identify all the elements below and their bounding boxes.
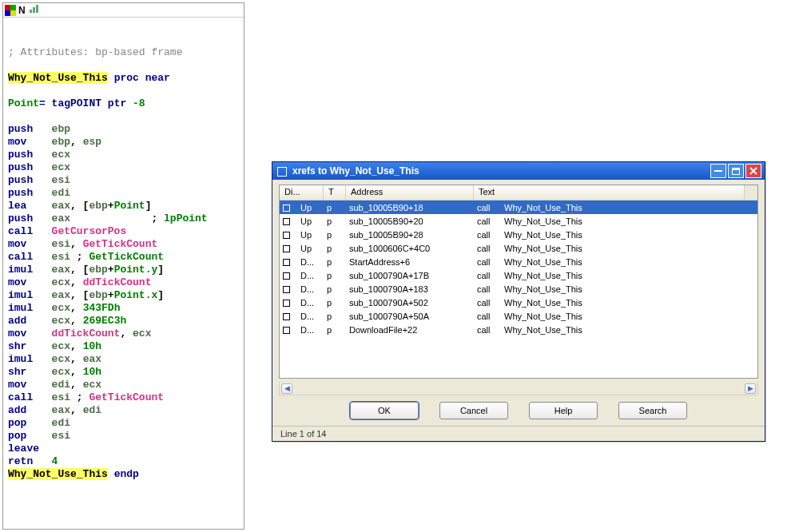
xref-address: sub_10005B90+20 — [344, 216, 472, 226]
code-line[interactable]: ; Attributes: bp-based frame — [8, 46, 239, 59]
xref-row[interactable]: D...psub_1000790A+17BcallWhy_Not_Use_Thi… — [280, 268, 757, 282]
xref-row[interactable]: Uppsub_10005B90+28callWhy_Not_Use_This — [280, 228, 757, 241]
xref-text: Why_Not_Use_This — [499, 284, 757, 294]
code-line[interactable]: mov esi, GetTickCount — [8, 238, 239, 251]
xref-type: p — [322, 257, 344, 267]
disassembly-listing[interactable]: ; Attributes: bp-based frame Why_Not_Use… — [3, 18, 244, 484]
dialog-titlebar[interactable]: xrefs to Why_Not_Use_This — [272, 162, 765, 180]
code-line[interactable]: push ecx — [8, 161, 239, 174]
xref-direction: Up — [296, 216, 322, 226]
code-line[interactable]: imul eax, [ebp+Point.y] — [8, 264, 239, 276]
scroll-left-button[interactable]: ◀ — [281, 383, 292, 394]
code-line[interactable]: shr ecx, 10h — [8, 366, 239, 379]
code-line[interactable] — [8, 110, 239, 123]
xref-address: sub_1000790A+183 — [344, 284, 472, 294]
status-bar: Line 1 of 14 — [272, 426, 765, 441]
xref-direction: D... — [296, 298, 322, 308]
code-line[interactable]: imul eax, [ebp+Point.x] — [8, 289, 239, 302]
xref-direction: Up — [296, 244, 322, 253]
svg-rect-2 — [36, 5, 38, 13]
xrefs-list: Di... T Address Text Uppsub_10005B90+18c… — [279, 185, 758, 379]
title-chart-icon — [29, 4, 43, 16]
xrefs-dialog: xrefs to Why_Not_Use_This Di... T Addres… — [272, 161, 765, 442]
code-line[interactable]: Why_Not_Use_This proc near — [8, 72, 239, 85]
code-line[interactable]: pop esi — [8, 430, 239, 443]
code-line[interactable]: push ebp — [8, 123, 239, 136]
code-line[interactable]: mov edi, ecx — [8, 379, 239, 391]
column-headers[interactable]: Di... T Address Text — [280, 185, 757, 200]
xref-call: call — [472, 271, 499, 280]
minimize-button[interactable] — [710, 164, 726, 178]
xref-row-icon — [283, 271, 296, 280]
xref-direction: D... — [296, 257, 322, 267]
code-line[interactable]: mov ebp, esp — [8, 136, 239, 149]
code-line[interactable]: call GetCursorPos — [8, 225, 239, 238]
xref-type: p — [322, 244, 344, 253]
code-line[interactable]: lea eax, [ebp+Point] — [8, 200, 239, 212]
svg-rect-0 — [30, 10, 32, 13]
code-line[interactable]: Point= tagPOINT ptr -8 — [8, 97, 239, 110]
ok-button[interactable]: OK — [350, 402, 419, 419]
code-line[interactable]: call esi ; GetTickCount — [8, 251, 239, 264]
code-line[interactable]: push esi — [8, 174, 239, 187]
code-line[interactable]: shr ecx, 10h — [8, 340, 239, 353]
xref-type: p — [322, 325, 344, 335]
code-line[interactable]: push eax ; lpPoint — [8, 212, 239, 225]
disassembly-panel: N ; Attributes: bp-based frame Why_Not_U… — [2, 2, 244, 530]
xref-text: Why_Not_Use_This — [499, 312, 757, 321]
panel-titlebar[interactable]: N — [3, 3, 244, 18]
xref-address: sub_1000790A+17B — [344, 271, 472, 280]
code-line[interactable]: mov ddTickCount, ecx — [8, 328, 239, 340]
code-line[interactable] — [8, 85, 239, 97]
code-line[interactable]: call esi ; GetTickCount — [8, 391, 239, 404]
code-line[interactable]: mov ecx, ddTickCount — [8, 276, 239, 289]
xref-address: sub_10005B90+18 — [344, 203, 472, 212]
xref-type: p — [322, 230, 344, 240]
xref-type: p — [322, 298, 344, 308]
xref-row[interactable]: D...pStartAddress+6callWhy_Not_Use_This — [280, 255, 757, 268]
code-line[interactable]: imul ecx, 343FDh — [8, 302, 239, 315]
code-line[interactable]: imul ecx, eax — [8, 353, 239, 366]
help-button[interactable]: Help — [529, 402, 598, 419]
xref-direction: D... — [296, 325, 322, 335]
code-line[interactable]: add ecx, 269EC3h — [8, 315, 239, 328]
code-line[interactable] — [8, 59, 239, 72]
xref-address: sub_1000790A+50A — [344, 312, 472, 321]
xref-row[interactable]: D...psub_1000790A+50AcallWhy_Not_Use_Thi… — [280, 309, 757, 323]
xref-row[interactable]: D...psub_1000790A+502callWhy_Not_Use_Thi… — [280, 296, 757, 309]
search-button[interactable]: Search — [618, 402, 687, 419]
xref-row[interactable]: D...pDownloadFile+22callWhy_Not_Use_This — [280, 323, 757, 336]
code-line[interactable]: push ecx — [8, 149, 239, 161]
code-line[interactable]: push edi — [8, 187, 239, 200]
xrefs-rows[interactable]: Uppsub_10005B90+18callWhy_Not_Use_ThisUp… — [280, 200, 757, 378]
code-line[interactable] — [8, 21, 239, 34]
horizontal-scrollbar[interactable]: ◀ ▶ — [279, 382, 758, 395]
code-line[interactable]: retn 4 — [8, 455, 239, 468]
xref-row[interactable]: Uppsub_10005B90+18callWhy_Not_Use_This — [280, 200, 757, 214]
xrefs-icon — [277, 165, 288, 177]
code-line[interactable]: pop edi — [8, 417, 239, 430]
xref-row[interactable]: Uppsub_1000606C+4C0callWhy_Not_Use_This — [280, 241, 757, 255]
code-line[interactable] — [8, 34, 239, 46]
scroll-right-button[interactable]: ▶ — [745, 383, 756, 394]
xref-type: p — [322, 203, 344, 212]
xref-row-icon — [283, 203, 296, 212]
code-line[interactable]: leave — [8, 443, 239, 455]
col-text[interactable]: Text — [474, 185, 745, 200]
col-type[interactable]: T — [324, 185, 346, 200]
xref-row[interactable]: Uppsub_10005B90+20callWhy_Not_Use_This — [280, 214, 757, 228]
close-button[interactable] — [745, 164, 761, 178]
cancel-button[interactable]: Cancel — [439, 402, 508, 419]
col-direction[interactable]: Di... — [280, 185, 324, 200]
xref-row-icon — [283, 312, 296, 321]
xref-call: call — [472, 257, 499, 267]
xref-row-icon — [283, 230, 296, 240]
maximize-button[interactable] — [728, 164, 744, 178]
xref-type: p — [322, 271, 344, 280]
col-address[interactable]: Address — [346, 185, 474, 200]
xref-address: DownloadFile+22 — [344, 325, 472, 335]
xref-row[interactable]: D...psub_1000790A+183callWhy_Not_Use_Thi… — [280, 282, 757, 296]
code-line[interactable]: add eax, edi — [8, 404, 239, 417]
code-line[interactable]: Why_Not_Use_This endp — [8, 468, 239, 481]
xref-call: call — [472, 244, 499, 253]
